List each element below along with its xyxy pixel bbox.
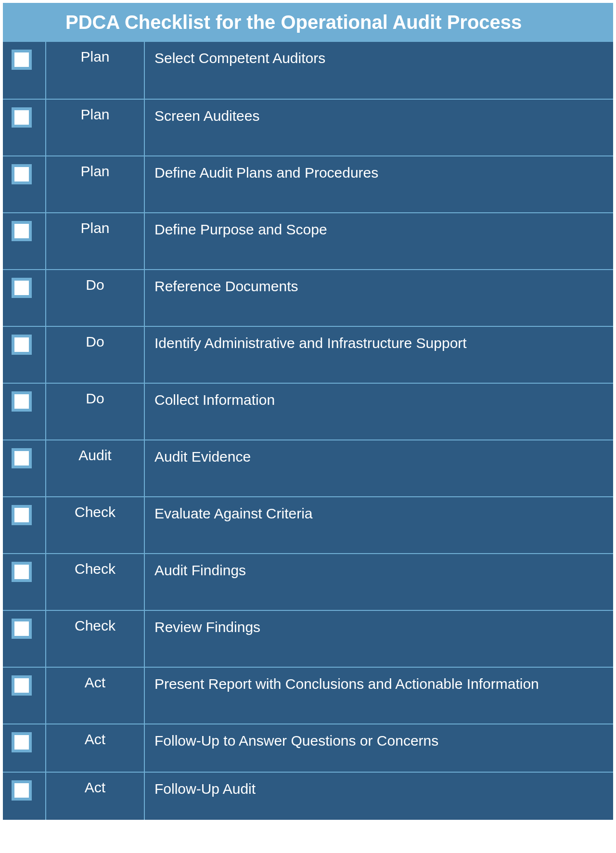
task-description: Evaluate Against Criteria xyxy=(145,497,613,553)
page-title: PDCA Checklist for the Operational Audit… xyxy=(3,3,613,42)
checkbox-cell xyxy=(3,773,46,820)
checklist-document: PDCA Checklist for the Operational Audit… xyxy=(3,3,613,820)
table-row: CheckEvaluate Against Criteria xyxy=(3,496,613,553)
table-row: AuditAudit Evidence xyxy=(3,439,613,496)
checkbox-icon[interactable] xyxy=(12,562,32,582)
phase-label: Check xyxy=(46,554,145,610)
checkbox-cell xyxy=(3,497,46,553)
task-description: Screen Auditees xyxy=(145,100,613,155)
checkbox-cell xyxy=(3,42,46,99)
phase-label: Check xyxy=(46,497,145,553)
checkbox-cell xyxy=(3,270,46,326)
table-row: ActFollow-Up to Answer Questions or Conc… xyxy=(3,724,613,772)
checkbox-icon[interactable] xyxy=(12,335,32,355)
checkbox-icon[interactable] xyxy=(12,448,32,468)
task-description: Present Report with Conclusions and Acti… xyxy=(145,668,613,724)
checkbox-cell xyxy=(3,213,46,269)
checkbox-cell xyxy=(3,668,46,724)
phase-label: Audit xyxy=(46,440,145,496)
phase-label: Plan xyxy=(46,213,145,269)
phase-label: Act xyxy=(46,724,145,772)
task-description: Follow-Up to Answer Questions or Concern… xyxy=(145,724,613,772)
table-row: PlanDefine Audit Plans and Procedures xyxy=(3,155,613,212)
table-row: DoReference Documents xyxy=(3,269,613,326)
task-description: Audit Evidence xyxy=(145,440,613,496)
checkbox-cell xyxy=(3,327,46,383)
checkbox-icon[interactable] xyxy=(12,505,32,525)
table-row: CheckAudit Findings xyxy=(3,553,613,610)
table-row: ActFollow-Up Audit xyxy=(3,772,613,820)
task-description: Define Purpose and Scope xyxy=(145,213,613,269)
checkbox-icon[interactable] xyxy=(12,50,32,70)
task-description: Define Audit Plans and Procedures xyxy=(145,156,613,212)
checkbox-icon[interactable] xyxy=(12,675,32,696)
task-description: Reference Documents xyxy=(145,270,613,326)
phase-label: Act xyxy=(46,773,145,820)
phase-label: Act xyxy=(46,668,145,724)
table-row: PlanScreen Auditees xyxy=(3,99,613,155)
checkbox-icon[interactable] xyxy=(12,619,32,639)
checkbox-cell xyxy=(3,724,46,772)
task-description: Identify Administrative and Infrastructu… xyxy=(145,327,613,383)
checkbox-cell xyxy=(3,611,46,667)
table-row: DoIdentify Administrative and Infrastruc… xyxy=(3,326,613,383)
task-description: Follow-Up Audit xyxy=(145,773,613,820)
task-description: Audit Findings xyxy=(145,554,613,610)
checkbox-icon[interactable] xyxy=(12,107,32,128)
phase-label: Plan xyxy=(46,42,145,99)
phase-label: Plan xyxy=(46,156,145,212)
checklist-body: PlanSelect Competent AuditorsPlanScreen … xyxy=(3,42,613,820)
checkbox-icon[interactable] xyxy=(12,391,32,412)
checkbox-icon[interactable] xyxy=(12,278,32,298)
phase-label: Do xyxy=(46,327,145,383)
checkbox-cell xyxy=(3,384,46,439)
checkbox-cell xyxy=(3,554,46,610)
checkbox-icon[interactable] xyxy=(12,164,32,184)
task-description: Review Findings xyxy=(145,611,613,667)
checkbox-icon[interactable] xyxy=(12,732,32,752)
table-row: PlanDefine Purpose and Scope xyxy=(3,212,613,269)
table-row: DoCollect Information xyxy=(3,383,613,439)
task-description: Collect Information xyxy=(145,384,613,439)
phase-label: Do xyxy=(46,384,145,439)
checkbox-icon[interactable] xyxy=(12,780,32,801)
table-row: CheckReview Findings xyxy=(3,610,613,667)
phase-label: Plan xyxy=(46,100,145,155)
checkbox-cell xyxy=(3,156,46,212)
checkbox-icon[interactable] xyxy=(12,221,32,241)
table-row: ActPresent Report with Conclusions and A… xyxy=(3,667,613,724)
checkbox-cell xyxy=(3,100,46,155)
phase-label: Check xyxy=(46,611,145,667)
task-description: Select Competent Auditors xyxy=(145,42,613,99)
table-row: PlanSelect Competent Auditors xyxy=(3,42,613,99)
checkbox-cell xyxy=(3,440,46,496)
phase-label: Do xyxy=(46,270,145,326)
